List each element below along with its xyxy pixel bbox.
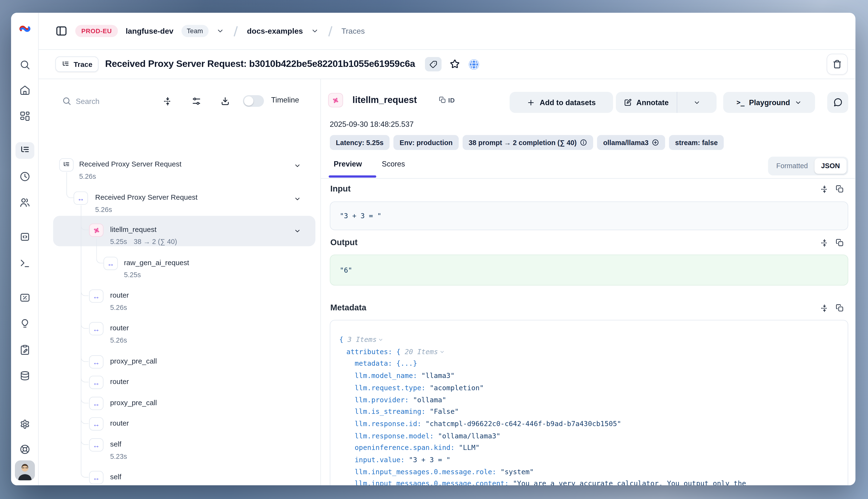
org-switcher-chevron-icon[interactable] <box>216 27 224 35</box>
observation-title: litellm_request <box>353 95 417 105</box>
comments-button[interactable] <box>827 92 848 113</box>
tree-item-duration: 5.26s <box>79 173 96 181</box>
tree-item-duration: 5.26s <box>110 304 127 312</box>
generation-icon <box>328 93 343 107</box>
sidebar-item-lightbulb-icon[interactable] <box>15 315 34 332</box>
tree-item-label[interactable]: self <box>110 440 122 449</box>
tree-item-label[interactable]: router <box>110 324 129 332</box>
tree-connector <box>81 472 88 478</box>
collapse-section-icon[interactable] <box>820 304 829 313</box>
tree-item-label[interactable]: router <box>110 419 129 427</box>
tree-item-duration: 5.25s <box>124 271 141 279</box>
star-bookmark-icon[interactable] <box>449 59 461 70</box>
tree-item-label[interactable]: self <box>110 473 122 481</box>
trace-type-chip[interactable]: Trace <box>55 57 98 72</box>
observation-badge[interactable]: stream: false <box>669 135 724 150</box>
json-line: llm.model_name: "llama3" <box>355 372 454 380</box>
tree-item-duration: 5.25s38 → 2 (∑ 40) <box>110 238 177 246</box>
sidebar-item-terminal-icon[interactable] <box>15 255 34 272</box>
tree-settings-icon[interactable] <box>192 96 201 106</box>
user-avatar[interactable] <box>15 461 35 480</box>
sidebar-item-file-code-icon[interactable] <box>15 229 34 245</box>
chevron-down-icon[interactable] <box>294 195 301 202</box>
desktop-background: PROD-EU langfuse-dev Team docs-examples … <box>0 0 868 499</box>
chevron-down-icon[interactable] <box>294 162 301 169</box>
tree-item-label[interactable]: router <box>110 291 129 300</box>
tree-item-label[interactable]: Received Proxy Server Request <box>95 193 197 202</box>
add-to-datasets-button[interactable]: Add to datasets <box>510 92 613 113</box>
format-option-json[interactable]: JSON <box>814 158 847 174</box>
tree-connector <box>81 418 88 424</box>
sidebar-item-dashboard-icon[interactable] <box>15 108 34 125</box>
copy-id-button[interactable]: ID <box>439 96 455 104</box>
sidebar-item-clipboard-pen-icon[interactable] <box>15 341 34 358</box>
timeline-toggle[interactable] <box>243 95 264 107</box>
span-icon: ↔ <box>89 290 103 303</box>
sidebar-rail <box>11 13 39 485</box>
copy-section-icon[interactable] <box>835 185 844 193</box>
delete-trace-button[interactable] <box>827 54 847 75</box>
breadcrumb: PROD-EU langfuse-dev Team docs-examples … <box>39 13 855 50</box>
format-option-formatted[interactable]: Formatted <box>770 162 814 170</box>
span-icon: ↔ <box>89 355 103 369</box>
collapse-all-icon[interactable] <box>163 96 172 106</box>
collapse-section-icon[interactable] <box>820 185 829 194</box>
project-name[interactable]: docs-examples <box>247 26 303 35</box>
sidebar-item-database-icon[interactable] <box>15 367 34 384</box>
sidebar-item-users-icon[interactable] <box>15 194 34 211</box>
tree-item-label[interactable]: raw_gen_ai_request <box>124 258 189 267</box>
annotate-dropdown-button[interactable] <box>677 92 717 113</box>
org-name[interactable]: langfuse-dev <box>125 26 173 35</box>
comment-bubble-icon <box>833 97 843 107</box>
observation-badge[interactable]: ollama/llama3 <box>597 135 665 150</box>
tree-item-label[interactable]: router <box>110 377 129 386</box>
json-line: llm.response.id: "chatcmpl-d96622c0-c642… <box>355 419 621 428</box>
tree-item-label[interactable]: proxy_pre_call <box>110 399 157 407</box>
breadcrumb-separator <box>234 26 237 36</box>
tree-item-label[interactable]: litellm_request <box>110 225 157 234</box>
output-box: "6" <box>330 255 848 285</box>
sidebar-item-clock-icon[interactable] <box>15 168 34 185</box>
tree-item-label[interactable]: Received Proxy Server Request <box>79 160 181 168</box>
playground-button[interactable]: >_ Playground <box>723 92 815 113</box>
tag-button[interactable] <box>425 57 442 72</box>
search-input[interactable] <box>76 94 148 109</box>
tree-item-label[interactable]: proxy_pre_call <box>110 357 157 365</box>
collapse-caret-icon[interactable] <box>378 336 383 341</box>
public-globe-icon[interactable] <box>468 59 480 70</box>
tree-item-duration: 5.26s <box>95 206 112 214</box>
span-icon: ↔ <box>89 322 103 336</box>
format-toggle: Formatted JSON <box>768 157 848 175</box>
sidebar-item-list-tree-icon[interactable] <box>15 142 34 159</box>
collapse-caret-icon[interactable] <box>439 348 444 353</box>
tab-preview[interactable]: Preview <box>334 160 362 168</box>
download-icon[interactable] <box>220 96 230 106</box>
sidebar-item-percent-icon[interactable] <box>15 290 34 306</box>
sidebar-item-settings-icon[interactable] <box>15 416 34 433</box>
tab-scores[interactable]: Scores <box>382 160 405 168</box>
json-line: llm.request.type: "acompletion" <box>355 383 484 392</box>
observation-badge[interactable]: Env: production <box>394 135 459 150</box>
annotate-button-group: Annotate <box>616 92 717 113</box>
tree-connector <box>81 323 88 329</box>
sidebar-toggle-icon[interactable] <box>55 25 68 37</box>
org-role-badge: Team <box>181 25 208 37</box>
span-icon: ↔ <box>89 471 103 484</box>
observation-badge[interactable]: 38 prompt → 2 completion (∑ 40) <box>463 135 593 150</box>
observation-badge[interactable]: Latency: 5.25s <box>330 135 390 150</box>
annotate-button[interactable]: Annotate <box>616 92 677 113</box>
sidebar-item-home-icon[interactable] <box>15 82 34 98</box>
chevron-down-icon <box>693 99 700 106</box>
project-switcher-chevron-icon[interactable] <box>310 27 318 35</box>
langfuse-logo[interactable] <box>18 22 32 36</box>
tree-connector <box>66 172 74 198</box>
chevron-down-icon[interactable] <box>294 227 301 234</box>
breadcrumb-separator <box>328 26 332 36</box>
breadcrumb-section[interactable]: Traces <box>341 26 365 35</box>
sidebar-item-life-buoy-icon[interactable] <box>15 441 34 458</box>
collapse-section-icon[interactable] <box>820 239 829 247</box>
copy-icon <box>439 96 446 104</box>
sidebar-item-search-icon[interactable] <box>15 57 34 73</box>
copy-section-icon[interactable] <box>835 304 844 312</box>
copy-section-icon[interactable] <box>835 239 844 247</box>
